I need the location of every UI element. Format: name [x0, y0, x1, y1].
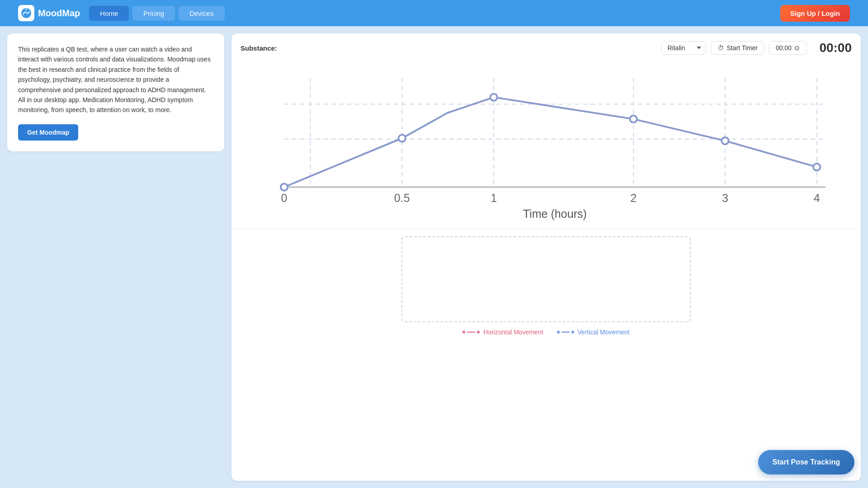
- brand-logo: [18, 5, 34, 21]
- timer-icon: ⏱: [717, 44, 724, 52]
- svg-text:1: 1: [491, 192, 497, 204]
- svg-point-15: [722, 137, 728, 144]
- brand-name: MoodMap: [38, 8, 80, 19]
- vertical-legend-item: Vertical Movement: [557, 328, 630, 336]
- svg-point-13: [490, 94, 497, 100]
- signup-button[interactable]: Sign Up / Login: [780, 5, 850, 22]
- svg-text:0.5: 0.5: [394, 192, 410, 204]
- svg-point-12: [399, 135, 406, 141]
- nav-devices[interactable]: Devices: [179, 6, 224, 21]
- medication-chart: 0 0.5 1 2 3 4 Time (hours): [241, 61, 852, 220]
- right-panel: Substance: Ritalin Adderall Vyvanse Conc…: [231, 33, 861, 481]
- pose-legend: Horizontal Movement Vertical Movement: [241, 328, 852, 336]
- start-timer-label: Start Timer: [726, 44, 757, 52]
- svg-text:0: 0: [281, 192, 288, 204]
- main-nav: Home Pricing Devices: [89, 6, 224, 21]
- svg-point-1: [25, 9, 28, 11]
- horizontal-legend-item: Horizontal Movement: [462, 328, 543, 336]
- description-text: This replicates a QB test, where a user …: [18, 44, 213, 115]
- nav-home[interactable]: Home: [89, 6, 129, 21]
- svg-text:3: 3: [722, 192, 728, 204]
- substance-label: Substance:: [241, 44, 277, 52]
- main-content: This replicates a QB test, where a user …: [0, 26, 868, 488]
- start-timer-button[interactable]: ⏱ Start Timer: [711, 41, 764, 55]
- navbar: MoodMap Home Pricing Devices Sign Up / L…: [0, 0, 868, 26]
- timer-display: 00:00 ⊙: [769, 41, 807, 55]
- brand: MoodMap: [18, 5, 80, 21]
- svg-point-11: [281, 183, 288, 190]
- vertical-legend-label: Vertical Movement: [578, 328, 630, 336]
- pose-video-area: [401, 236, 691, 322]
- start-pose-tracking-button[interactable]: Start Pose Tracking: [758, 450, 854, 474]
- navbar-right: Sign Up / Login: [780, 5, 850, 22]
- pose-section: Horizontal Movement Vertical Movement: [231, 229, 861, 481]
- svg-text:2: 2: [630, 192, 637, 204]
- svg-point-14: [630, 116, 637, 122]
- svg-text:4: 4: [814, 192, 820, 204]
- timer-large: 00:00: [811, 41, 852, 55]
- svg-point-16: [813, 164, 820, 170]
- left-panel: This replicates a QB test, where a user …: [7, 33, 224, 151]
- vertical-legend-line: [557, 331, 574, 333]
- clock-icon: ⊙: [794, 44, 800, 52]
- chart-header: Substance: Ritalin Adderall Vyvanse Conc…: [241, 41, 852, 55]
- substance-select[interactable]: Ritalin Adderall Vyvanse Concerta: [661, 41, 706, 55]
- get-moodmap-button[interactable]: Get Moodmap: [18, 124, 78, 141]
- chart-section: Substance: Ritalin Adderall Vyvanse Conc…: [231, 33, 861, 229]
- svg-text:Time (hours): Time (hours): [523, 207, 587, 220]
- timer-value: 00:00: [776, 44, 792, 52]
- horizontal-legend-label: Horizontal Movement: [483, 328, 543, 336]
- substance-controls: Ritalin Adderall Vyvanse Concerta ⏱ Star…: [661, 41, 852, 55]
- horizontal-legend-line: [462, 331, 480, 333]
- nav-pricing[interactable]: Pricing: [132, 6, 175, 21]
